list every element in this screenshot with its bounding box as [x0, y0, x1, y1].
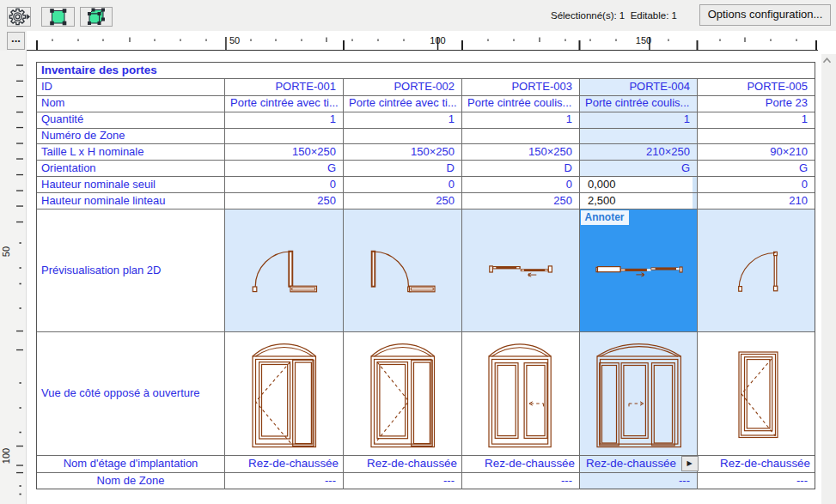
svg-text:100: 100 [1, 448, 11, 464]
svg-text:150: 150 [636, 35, 651, 46]
svg-text:50: 50 [229, 35, 240, 46]
svg-text:50: 50 [1, 246, 11, 257]
svg-text:100: 100 [430, 35, 445, 46]
